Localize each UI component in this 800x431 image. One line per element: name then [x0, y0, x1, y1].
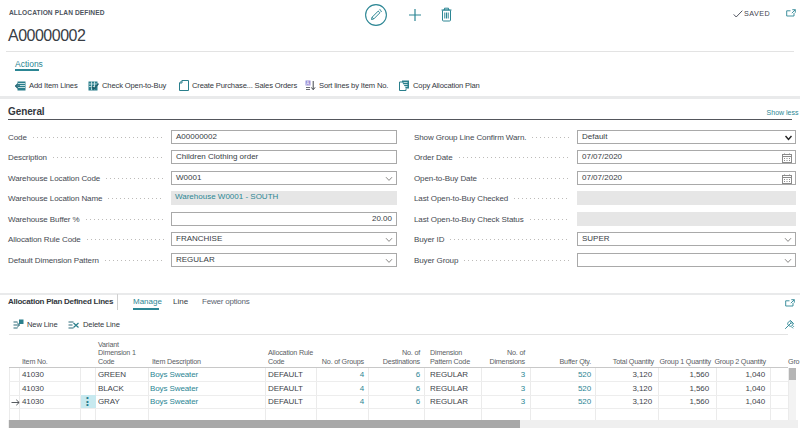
svg-text:A: A — [306, 81, 309, 86]
